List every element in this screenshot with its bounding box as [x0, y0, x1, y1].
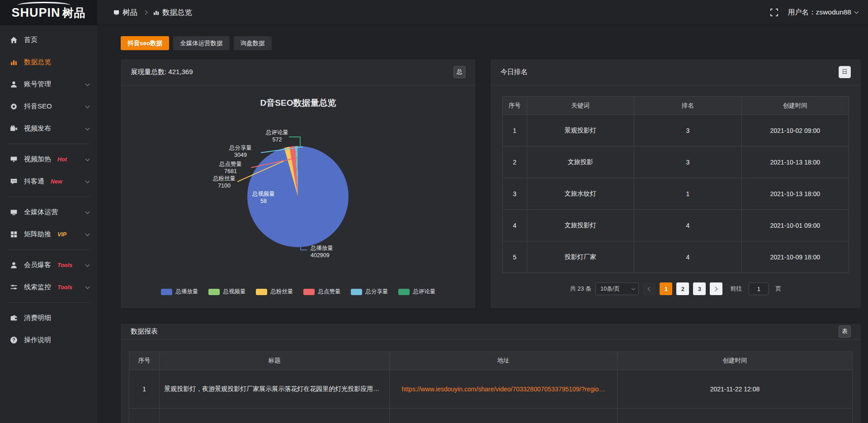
sidebar-item-video-heat[interactable]: 视频加热 Hot: [0, 148, 97, 170]
next-page-button[interactable]: [710, 282, 722, 295]
pie-label-fans: 总粉丝量 7100: [205, 175, 244, 189]
monitor-icon: [10, 208, 18, 216]
breadcrumb-item-current[interactable]: 数据总览: [162, 8, 192, 18]
chevron-down-icon: [85, 126, 90, 130]
page-button-3[interactable]: 3: [693, 282, 706, 295]
chevron-down-icon: [85, 81, 90, 86]
sidebar-item-video-publish[interactable]: 视频发布: [0, 118, 97, 140]
page-button-2[interactable]: 2: [676, 282, 689, 295]
fullscreen-icon[interactable]: [770, 9, 778, 16]
legend-swatch: [208, 289, 220, 295]
prev-page-button[interactable]: [643, 282, 656, 295]
breadcrumb-separator-icon: [143, 10, 148, 15]
chevron-down-icon: [85, 156, 90, 161]
gear-icon: [10, 103, 18, 110]
sidebar-item-doukertong[interactable]: 抖客通 New: [0, 170, 97, 193]
chevron-down-icon: [85, 103, 90, 108]
sidebar-item-douyin-seo[interactable]: 抖音SEO: [0, 95, 97, 118]
sidebar-item-help[interactable]: ? 操作说明: [0, 329, 97, 351]
report-table-wrap: 序号 标题 地址 创建时间 1 景观投影灯，夜游景观投影灯厂家展示展示落花灯在花…: [121, 340, 861, 423]
sidebar-menu: 首页 数据总览 账号管理 抖音SEO 视频发布: [0, 25, 97, 351]
sidebar-item-data-overview[interactable]: 数据总览: [0, 51, 97, 73]
table-row: 5投影灯厂家42021-10-09 18:00: [503, 241, 849, 273]
legend-swatch: [351, 289, 362, 295]
legend-swatch: [161, 289, 172, 295]
legend-item-shares[interactable]: 总分享量: [351, 288, 388, 296]
legend-swatch: [256, 289, 267, 295]
sidebar-item-home[interactable]: 首页: [0, 29, 97, 51]
legend-item-likes[interactable]: 总点赞量: [303, 288, 341, 296]
table-row: 3文旅水纹灯12021-10-13 18:00: [503, 178, 849, 210]
tab-inquiry-data[interactable]: 询盘数据: [234, 36, 272, 50]
menu-divider: [7, 249, 90, 250]
sidebar-item-member-baoke[interactable]: 会员爆客 Tools: [0, 254, 97, 276]
legend-swatch: [303, 289, 315, 295]
menu-divider: [7, 197, 90, 197]
sidebar-item-account[interactable]: 账号管理: [0, 73, 97, 95]
sidebar-item-expense-detail[interactable]: 消费明细: [0, 307, 97, 329]
table-toggle-button[interactable]: 表: [839, 325, 851, 338]
pie-chart-area: D音SEO数据量总览 总评论量 572 总分享量 3049: [121, 85, 476, 308]
screen-play-icon: [10, 155, 18, 163]
legend-item-comments[interactable]: 总评论量: [398, 288, 436, 296]
logo-brand-cn: 树品: [62, 6, 86, 19]
impressions-total-label: 展现量总数: 421,369: [131, 68, 193, 76]
topbar-right: 用户名：zswodun88: [770, 8, 858, 17]
topbar: 树品 数据总览 用户名：zswodun88: [97, 0, 868, 25]
goto-page-input[interactable]: [749, 282, 769, 295]
user-icon: [10, 261, 18, 269]
user-icon: [10, 80, 18, 88]
report-table: 序号 标题 地址 创建时间 1 景观投影灯，夜游景观投影灯厂家展示展示落花灯在花…: [129, 352, 853, 423]
impressions-panel: 展现量总数: 421,369 总 D音SEO数据量总览 总评论量 572: [121, 59, 476, 308]
page-button-1[interactable]: 1: [660, 282, 672, 295]
svg-text:?: ?: [12, 337, 15, 343]
breadcrumb: 树品 数据总览: [113, 8, 192, 18]
tab-all-media-data[interactable]: 全媒体运营数据: [173, 36, 230, 50]
home-icon: [10, 36, 18, 44]
menu-divider: [7, 302, 90, 303]
legend-item-videos[interactable]: 总视频量: [208, 288, 246, 296]
page-size-select[interactable]: 10条/页: [595, 282, 639, 295]
sliders-icon: [10, 283, 18, 291]
bar-chart-icon: [10, 58, 18, 66]
grid-icon: [10, 230, 18, 238]
chevron-down-icon: [854, 9, 859, 14]
data-tabs: 抖音seo数据 全媒体运营数据 询盘数据: [121, 36, 861, 50]
board-icon: [113, 9, 119, 15]
logo-arc-decoration: [17, 2, 71, 9]
logo[interactable]: SHUPIN树品: [0, 0, 97, 25]
chart-title: D音SEO数据量总览: [121, 97, 476, 109]
sidebar-item-clue-monitor[interactable]: 线索监控 Tools: [0, 276, 97, 298]
chat-bubble-icon: [10, 178, 18, 185]
legend-item-plays[interactable]: 总播放量: [161, 288, 198, 296]
new-badge: New: [51, 179, 62, 185]
report-title-cell: 景观投影灯，夜游景观投影灯厂家展示展示落花灯在花园里的灯光投影应用效果 #: [160, 370, 390, 408]
video-link[interactable]: https://www.iesdouyin.com/share/video/70…: [402, 385, 605, 393]
ranking-panel-header: 今日排名 日: [491, 59, 861, 85]
ranking-table-wrap: 序号 关键词 排名 创建时间 1景观投影灯32021-10-02 09:00: [491, 85, 861, 295]
table-row: 1 景观投影灯，夜游景观投影灯厂家展示展示落花灯在花园里的灯光投影应用效果 # …: [129, 370, 853, 408]
impressions-panel-header: 展现量总数: 421,369 总: [121, 59, 476, 85]
bar-chart-icon: [153, 9, 159, 15]
chevron-right-icon: [713, 287, 718, 291]
sidebar-item-all-media[interactable]: 全媒体运营: [0, 201, 97, 223]
video-camera-icon: [10, 125, 18, 132]
vip-badge: VIP: [57, 231, 66, 238]
user-menu[interactable]: 用户名：zswodun88: [788, 8, 858, 17]
total-toggle-button[interactable]: 总: [453, 66, 466, 78]
chevron-down-icon: [85, 231, 90, 236]
main-area: 树品 数据总览 用户名：zswodun88 抖音seo数据 全媒体运营数据 询盘…: [97, 0, 868, 423]
tab-douyin-seo-data[interactable]: 抖音seo数据: [121, 36, 169, 50]
app: SHUPIN树品 首页 数据总览 账号管理 抖音SEO: [0, 0, 868, 423]
sidebar-item-matrix-boost[interactable]: 矩阵助推 VIP: [0, 223, 97, 245]
pie-label-plays: 总播放量 402909: [311, 244, 351, 259]
tools-badge: Tools: [57, 284, 72, 291]
table-header-row: 序号 标题 地址 创建时间: [129, 352, 853, 370]
breadcrumb-item-root[interactable]: 树品: [123, 8, 137, 18]
pagination: 共 23 条 10条/页 1 2 3 前往: [502, 282, 849, 295]
legend-item-fans[interactable]: 总粉丝量: [256, 288, 293, 296]
table-row: 2文旅投影32021-10-13 18:00: [503, 146, 849, 178]
day-toggle-button[interactable]: 日: [839, 66, 851, 78]
wallet-icon: [10, 314, 18, 322]
chevron-left-icon: [648, 287, 652, 291]
